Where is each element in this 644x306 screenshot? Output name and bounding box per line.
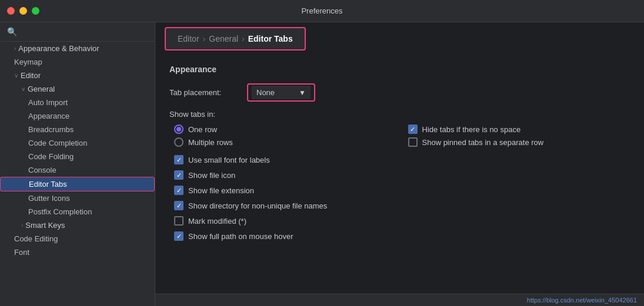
check-show-full-path[interactable]: Show full path on mouse hover [174, 231, 630, 241]
check-show-file-extension[interactable]: Show file extension [174, 186, 630, 195]
radio-one-row[interactable]: One row [174, 125, 396, 134]
search-icon: 🔍 [7, 27, 17, 36]
dropdown-wrapper: None Top Bottom Left Right ▼ [247, 83, 315, 102]
radio-multiple-rows-label: Multiple rows [188, 138, 233, 147]
sidebar-label-postfix-completion: Postfix Completion [28, 207, 92, 216]
search-bar[interactable]: 🔍 [0, 22, 155, 42]
show-tabs-label: Show tabs in: [169, 110, 630, 119]
sidebar-item-editor[interactable]: ∨ Editor [0, 69, 155, 82]
sidebar-item-font[interactable]: Font [0, 246, 155, 259]
check-hide-tabs[interactable]: Hide tabs if there is no space [408, 125, 630, 134]
check-show-directory[interactable]: Show directory for non-unique file names [174, 201, 630, 210]
sidebar-label-code-editing: Code Editing [14, 234, 58, 243]
tab-placement-row: Tab placement: None Top Bottom Left Righ… [169, 83, 630, 102]
radio-one-row-label: One row [188, 125, 217, 134]
sidebar-label-general: General [28, 85, 55, 93]
radio-grid: One row Hide tabs if there is no space M… [174, 125, 630, 147]
settings-panel: Appearance Tab placement: None Top Botto… [155, 55, 644, 294]
radio-multiple-rows-btn[interactable] [174, 137, 183, 147]
check-hide-tabs-label: Hide tabs if there is no space [422, 125, 521, 134]
section-title: Appearance [169, 65, 630, 74]
tab-placement-select[interactable]: None Top Bottom Left Right [252, 86, 311, 99]
check-small-font-label: Use small font for labels [188, 156, 270, 164]
content-area: Editor › General › Editor Tabs Appearanc… [155, 22, 644, 306]
chevron-down-icon-general: ∨ [21, 86, 25, 92]
sidebar-item-breadcrumbs[interactable]: Breadcrumbs [0, 123, 155, 136]
check-show-full-path-box[interactable] [174, 231, 183, 241]
sidebar-label-gutter-icons: Gutter Icons [28, 194, 70, 203]
radio-multiple-rows[interactable]: Multiple rows [174, 137, 396, 147]
sidebar-label-code-completion: Code Completion [28, 139, 87, 147]
title-bar: Preferences [0, 0, 644, 22]
check-show-pinned[interactable]: Show pinned tabs in a separate row [408, 137, 630, 147]
breadcrumb-sep-2: › [242, 34, 245, 43]
url-text: https://blog.csdn.net/weixin_45042661 [527, 297, 637, 304]
sidebar-item-appearance-behavior[interactable]: › Appearance & Behavior [0, 42, 155, 55]
check-show-pinned-box[interactable] [408, 137, 418, 147]
sidebar-item-code-completion[interactable]: Code Completion [0, 136, 155, 150]
minimize-button[interactable] [19, 7, 27, 15]
sidebar-label-editor: Editor [21, 71, 41, 80]
sidebar-item-smart-keys[interactable]: › Smart Keys [0, 218, 155, 232]
sidebar-item-auto-import[interactable]: Auto Import [0, 96, 155, 109]
sidebar-item-appearance[interactable]: Appearance [0, 109, 155, 123]
sidebar-label-smart-keys: Smart Keys [25, 221, 65, 230]
radio-one-row-btn[interactable] [174, 125, 183, 134]
window-title: Preferences [301, 6, 342, 15]
sidebar-item-code-editing[interactable]: Code Editing [0, 232, 155, 246]
chevron-down-icon: ∨ [14, 72, 18, 79]
sidebar-label-font: Font [14, 248, 29, 257]
tab-placement-label: Tab placement: [169, 88, 240, 97]
sidebar-item-postfix-completion[interactable]: Postfix Completion [0, 205, 155, 218]
sidebar-label-appearance: Appearance [28, 112, 69, 120]
breadcrumb-editor-tabs: Editor Tabs [248, 34, 293, 43]
window-controls [7, 7, 39, 15]
breadcrumb-sep-1: › [203, 34, 206, 43]
check-show-file-icon-box[interactable] [174, 170, 183, 180]
breadcrumb: Editor › General › Editor Tabs [165, 27, 306, 51]
sidebar-item-gutter-icons[interactable]: Gutter Icons [0, 191, 155, 205]
maximize-button[interactable] [32, 7, 39, 15]
sidebar-label-auto-import: Auto Import [28, 98, 68, 107]
sidebar: 🔍 › Appearance & Behavior Keymap ∨ Edito… [0, 22, 155, 306]
check-show-pinned-label: Show pinned tabs in a separate row [422, 138, 544, 147]
check-mark-modified-box[interactable] [174, 216, 183, 226]
check-show-file-extension-box[interactable] [174, 186, 183, 195]
breadcrumb-editor: Editor [178, 34, 199, 43]
check-show-directory-label: Show directory for non-unique file names [188, 201, 327, 210]
check-hide-tabs-box[interactable] [408, 125, 418, 134]
sidebar-item-console[interactable]: Console [0, 163, 155, 177]
sidebar-label-keymap: Keymap [14, 58, 42, 66]
check-mark-modified-label: Mark modified (*) [188, 217, 246, 226]
check-show-full-path-label: Show full path on mouse hover [188, 232, 293, 241]
main-container: 🔍 › Appearance & Behavior Keymap ∨ Edito… [0, 22, 644, 306]
sidebar-item-general[interactable]: ∨ General [0, 82, 155, 96]
sidebar-item-editor-tabs[interactable]: Editor Tabs [0, 177, 155, 191]
checkbox-list: Use small font for labels Show file icon… [174, 155, 630, 241]
check-show-file-icon[interactable]: Show file icon [174, 170, 630, 180]
breadcrumb-general: General [209, 34, 238, 43]
sidebar-item-keymap[interactable]: Keymap [0, 55, 155, 69]
sidebar-item-code-folding[interactable]: Code Folding [0, 150, 155, 163]
check-mark-modified[interactable]: Mark modified (*) [174, 216, 630, 226]
check-small-font-box[interactable] [174, 155, 183, 164]
check-show-file-icon-label: Show file icon [188, 171, 235, 180]
sidebar-label-code-folding: Code Folding [28, 152, 74, 161]
sidebar-label-breadcrumbs: Breadcrumbs [28, 125, 74, 134]
check-show-directory-box[interactable] [174, 201, 183, 210]
sidebar-label-appearance-behavior: Appearance & Behavior [18, 44, 99, 53]
url-bar: https://blog.csdn.net/weixin_45042661 [155, 294, 644, 306]
sidebar-label-console: Console [28, 166, 56, 174]
chevron-right-icon: › [14, 45, 16, 52]
chevron-right-icon-smart-keys: › [21, 222, 23, 228]
dropdown-container: None Top Bottom Left Right ▼ [252, 86, 311, 99]
sidebar-label-editor-tabs: Editor Tabs [29, 180, 67, 189]
check-small-font[interactable]: Use small font for labels [174, 155, 630, 164]
close-button[interactable] [7, 7, 15, 15]
check-show-file-extension-label: Show file extension [188, 186, 254, 195]
